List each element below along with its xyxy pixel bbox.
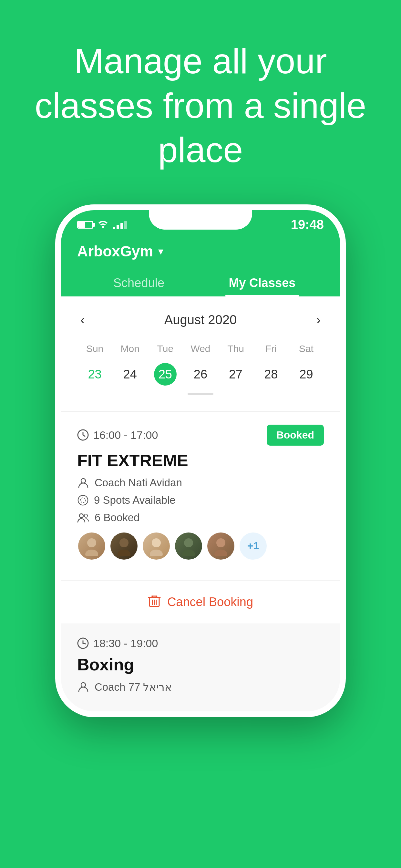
cancel-booking-label[interactable]: Cancel Booking — [167, 595, 253, 609]
phone-wrapper: 19:48 ArboxGym ▾ Schedule My Classes ‹ A… — [0, 205, 401, 717]
day-24[interactable]: 24 — [112, 362, 148, 386]
svg-line-28 — [83, 643, 86, 644]
class-time-1: 16:00 - 17:00 — [77, 429, 158, 441]
avatar-1 — [77, 531, 106, 561]
avatar-2 — [110, 531, 138, 561]
svg-point-4 — [78, 495, 88, 505]
hero-title: Manage all your classes from a single pl… — [26, 39, 375, 172]
app-header: ArboxGym ▾ Schedule My Classes — [61, 236, 340, 297]
class-spots-text-1: 9 Spots Available — [94, 494, 176, 506]
class-time-text-2: 18:30 - 19:00 — [93, 637, 158, 650]
weekday-wed: Wed — [183, 340, 218, 358]
svg-point-8 — [87, 538, 96, 547]
class-coach-text-1: Coach Nati Avidan — [95, 476, 182, 489]
svg-point-14 — [184, 538, 193, 547]
svg-point-9 — [85, 550, 98, 556]
svg-point-7 — [84, 514, 88, 517]
scroll-indicator — [77, 393, 324, 395]
class-name-1: FIT EXTREME — [77, 451, 324, 470]
class-card-1: 16:00 - 17:00 Booked FIT EXTREME Coach N… — [61, 411, 340, 574]
svg-point-6 — [80, 514, 83, 518]
class-coach-2: Coach אריאל 77 — [77, 681, 324, 693]
svg-point-16 — [216, 538, 225, 547]
month-label: August 2020 — [164, 313, 237, 327]
avatars-row-1: +1 — [77, 531, 324, 561]
day-26[interactable]: 26 — [183, 362, 218, 386]
day-27[interactable]: 27 — [218, 362, 253, 386]
class-booked-count-1: 6 Booked — [77, 512, 324, 524]
scroll-dot — [188, 393, 213, 395]
class-coach-text-2: Coach אריאל 77 — [95, 681, 172, 693]
coach-icon-1 — [77, 476, 89, 489]
svg-point-5 — [81, 498, 85, 502]
class-spots-1: 9 Spots Available — [77, 494, 324, 506]
next-month-button[interactable]: › — [313, 309, 324, 330]
spots-icon-1 — [77, 494, 89, 506]
day-25-wrap[interactable]: 25 — [148, 362, 183, 386]
tab-my-classes[interactable]: My Classes — [201, 270, 324, 297]
wifi-icon — [97, 219, 109, 230]
day-25[interactable]: 25 — [154, 363, 177, 385]
battery-icon — [77, 221, 93, 228]
weekday-fri: Fri — [253, 340, 289, 358]
weekday-thu: Thu — [218, 340, 253, 358]
cancel-booking-row[interactable]: Cancel Booking — [61, 580, 340, 624]
day-29[interactable]: 29 — [289, 362, 324, 386]
class-time-text-1: 16:00 - 17:00 — [93, 429, 158, 441]
hero-section: Manage all your classes from a single pl… — [0, 0, 401, 191]
svg-point-17 — [214, 550, 227, 556]
avatar-5 — [206, 531, 235, 561]
class-card-2: 18:30 - 19:00 Boxing Coach אריאל 77 — [61, 624, 340, 711]
dropdown-icon[interactable]: ▾ — [158, 245, 163, 257]
status-time: 19:48 — [291, 217, 324, 232]
calendar-days: 23 24 25 26 27 28 29 — [77, 362, 324, 386]
weekday-mon: Mon — [112, 340, 148, 358]
class-coach-1: Coach Nati Avidan — [77, 476, 324, 489]
trash-icon — [148, 593, 161, 611]
day-28[interactable]: 28 — [253, 362, 289, 386]
class-booked-text-1: 6 Booked — [95, 512, 140, 524]
svg-point-29 — [81, 683, 86, 687]
signal-icon — [113, 220, 127, 229]
phone-frame: 19:48 ArboxGym ▾ Schedule My Classes ‹ A… — [55, 205, 346, 717]
class-time-row-2: 18:30 - 19:00 — [77, 637, 324, 650]
calendar-section: ‹ August 2020 › Sun Mon Tue Wed Thu Fri … — [61, 297, 340, 405]
svg-point-10 — [120, 538, 128, 547]
clock-icon-2 — [77, 638, 89, 649]
calendar-nav: ‹ August 2020 › — [77, 309, 324, 330]
svg-point-12 — [152, 538, 161, 547]
svg-point-3 — [81, 478, 86, 483]
app-gym-name: ArboxGym — [77, 243, 153, 260]
booked-badge-1: Booked — [267, 425, 324, 445]
class-name-2: Boxing — [77, 655, 324, 674]
clock-icon-1 — [77, 429, 89, 441]
status-left-icons — [77, 219, 127, 230]
weekday-tue: Tue — [148, 340, 183, 358]
phone-notch — [149, 210, 252, 229]
group-icon-1 — [77, 512, 89, 524]
avatar-3 — [142, 531, 171, 561]
tab-schedule[interactable]: Schedule — [77, 270, 201, 297]
class-time-2: 18:30 - 19:00 — [77, 637, 158, 650]
avatar-4 — [174, 531, 203, 561]
prev-month-button[interactable]: ‹ — [77, 309, 88, 330]
day-23[interactable]: 23 — [77, 362, 112, 386]
app-title-row: ArboxGym ▾ — [77, 243, 324, 260]
class-time-row-1: 16:00 - 17:00 Booked — [77, 425, 324, 445]
svg-point-13 — [150, 550, 163, 556]
svg-line-2 — [83, 435, 85, 436]
svg-point-11 — [118, 550, 130, 556]
navigation-tabs: Schedule My Classes — [77, 270, 324, 297]
weekday-sat: Sat — [289, 340, 324, 358]
weekdays-row: Sun Mon Tue Wed Thu Fri Sat — [77, 340, 324, 358]
weekday-sun: Sun — [77, 340, 112, 358]
avatar-plus-1: +1 — [239, 531, 268, 561]
svg-point-15 — [182, 550, 195, 556]
coach-icon-2 — [77, 681, 89, 693]
